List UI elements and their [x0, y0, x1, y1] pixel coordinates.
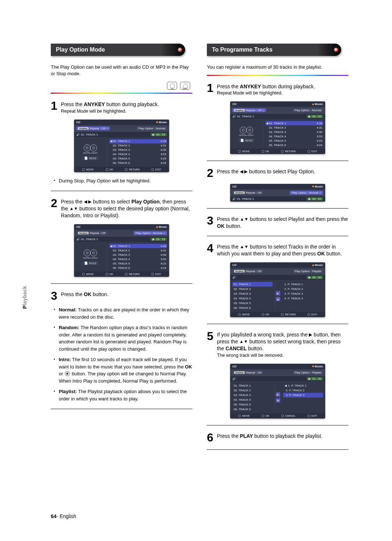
right-column: To Programme Tracks You can register a m…: [207, 44, 348, 456]
svg-point-11: [249, 129, 251, 131]
side-tab: Playback: [22, 286, 28, 309]
divider: [51, 283, 192, 284]
step-subtext: The wrong track will be removed.: [217, 352, 348, 359]
right-step-4: 4 Press the ▲▼ buttons to select Tracks …: [207, 243, 348, 257]
step-body: If you playlisted a wrong track, press t…: [217, 331, 348, 359]
step-body: Press the ANYKEY button during playback.…: [61, 100, 159, 114]
step-subtext: Repeat Mode will be highlighted.: [217, 90, 315, 96]
osd-screenshot-1: CD◆ Music AnykeyRepeat : Off◇ Play Optio…: [74, 120, 169, 172]
svg-point-6: [86, 252, 88, 254]
svg-point-1: [90, 145, 97, 151]
svg-point-4: [84, 250, 90, 256]
divider: [207, 236, 348, 236]
left-step-1: 1 Press the ANYKEY button during playbac…: [51, 100, 192, 114]
left-step-2: 2 Press the ◀ ▶ buttons to select Play O…: [51, 198, 192, 219]
left-step-3: 3 Press the OK button.: [51, 290, 192, 301]
svg-point-9: [246, 127, 253, 133]
step-body: Press the ANYKEY button during playback.…: [217, 82, 315, 97]
step-number: 5: [207, 331, 213, 359]
step-number: 1: [51, 100, 57, 114]
step-subtext: Repeat Mode will be highlighted.: [61, 108, 159, 114]
osd-screenshot-r4: CD◆ Music AnykeyRepeat : Off Play Option…: [230, 364, 325, 419]
osd-screenshot-r1: CD◆ Music AnykeyRepeat : Off◇ Play Optio…: [230, 101, 325, 154]
right-step-6: 6 Press the PLAY button to playback the …: [207, 432, 348, 443]
step-number: 2: [51, 198, 57, 219]
def-normal: Normal: Tracks on a disc are played in t…: [55, 306, 192, 320]
step-body: Press the ▲▼ buttons to select Playlist …: [217, 215, 348, 230]
divider: [207, 449, 348, 450]
svg-point-2: [86, 147, 88, 149]
step-number: 3: [207, 215, 213, 230]
step-number: 2: [207, 167, 213, 178]
divider: [207, 425, 348, 425]
play-option-definitions: Normal: Tracks on a disc are played in t…: [55, 306, 192, 402]
step-number: 4: [207, 243, 213, 257]
divider: [207, 161, 348, 161]
section-heading-left: Play Option Mode: [51, 44, 185, 56]
page-number: 64- English: [51, 513, 76, 519]
svg-point-5: [90, 250, 97, 256]
divider: [51, 409, 192, 409]
step-body: Press the ◀ ▶ buttons to select Play Opt…: [217, 167, 315, 178]
right-step-2: 2 Press the ◀ ▶ buttons to select Play O…: [207, 167, 348, 178]
divider: [51, 191, 192, 191]
svg-point-7: [93, 252, 95, 254]
right-intro: You can register a maximum of 30 tracks …: [207, 64, 348, 70]
step-number: 1: [207, 82, 213, 97]
disc-icons: CD MP3: [51, 79, 190, 90]
right-step-1: 1 Press the ANYKEY button during playbac…: [207, 82, 348, 97]
step-body: Press the ◀ ▶ buttons to select Play Opt…: [61, 198, 192, 219]
stop-icon: [65, 371, 70, 376]
def-random: Random: The Random option plays a disc's…: [55, 324, 192, 352]
osd-screenshot-r2: CD◆ Music AnykeyRepeat : Off Play Option…: [230, 184, 325, 202]
cd-icon: CD: [167, 82, 177, 90]
divider: [207, 208, 348, 209]
def-intro: Intro: The first 10 seconds of each trac…: [55, 356, 192, 384]
svg-point-3: [93, 147, 95, 149]
compact-disc-icon: DIGITAL AUDIO: [83, 144, 98, 154]
left-intro: The Play Option can be used with an audi…: [51, 64, 192, 77]
svg-point-10: [242, 129, 244, 131]
step-body: Press the ▲▼ buttons to select Tracks in…: [217, 243, 348, 257]
left-note: During Stop, Play Option will be highlig…: [55, 177, 192, 185]
gradient-divider: [51, 93, 192, 94]
note-item: During Stop, Play Option will be highlig…: [55, 177, 192, 185]
step-body: Press the OK button.: [61, 290, 109, 301]
right-step-5: 5 If you playlisted a wrong track, press…: [207, 331, 348, 359]
osd-screenshot-r3: CD◆ Music AnykeyRepeat : Off Play Option…: [230, 262, 325, 317]
svg-point-0: [84, 145, 90, 151]
left-column: Play Option Mode The Play Option can be …: [51, 44, 192, 456]
mp3-icon: MP3: [180, 82, 190, 90]
svg-point-8: [240, 127, 246, 133]
step-number: 6: [207, 432, 213, 443]
step-number: 3: [51, 290, 57, 301]
gradient-divider: [207, 75, 348, 76]
right-step-3: 3 Press the ▲▼ buttons to select Playlis…: [207, 215, 348, 230]
def-playlist: Playlist: The Playlist playback option a…: [55, 388, 192, 402]
step-body: Press the PLAY button to playback the pl…: [217, 432, 323, 443]
osd-screenshot-2: CD◆ Music AnykeyRepeat : Off Play Option…: [74, 224, 169, 277]
section-heading-right: To Programme Tracks: [207, 44, 341, 56]
divider: [207, 324, 348, 324]
